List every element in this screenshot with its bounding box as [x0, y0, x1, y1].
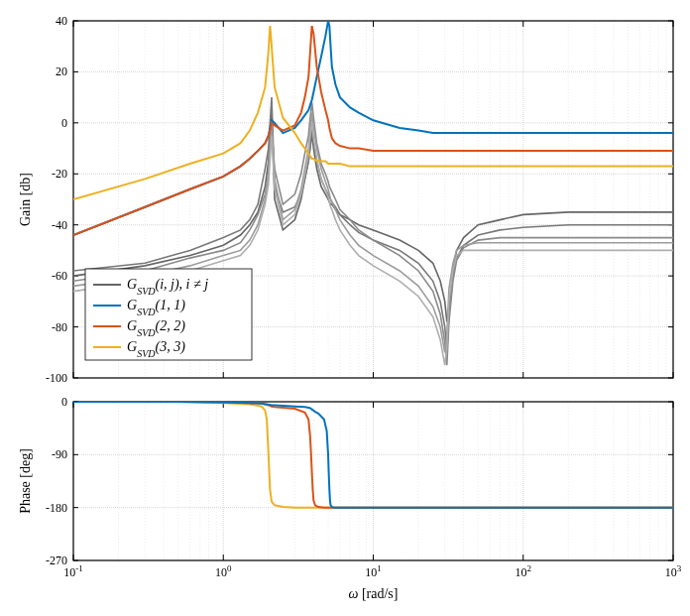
svg-text:0: 0	[61, 395, 67, 409]
bode-plot: -100-80-60-40-2002040Gain [db]GSVD(i, j)…	[10, 10, 684, 606]
svg-text:103: 103	[665, 563, 682, 579]
chart-svg: -100-80-60-40-2002040Gain [db]GSVD(i, j)…	[10, 10, 684, 606]
svg-text:Phase [deg]: Phase [deg]	[18, 448, 33, 514]
svg-text:-100: -100	[46, 371, 67, 385]
svg-text:-40: -40	[52, 218, 67, 232]
svg-text:10-1: 10-1	[63, 563, 83, 579]
svg-text:100: 100	[215, 563, 232, 579]
svg-text:-90: -90	[52, 447, 67, 461]
svg-text:-20: -20	[52, 167, 67, 181]
svg-text:-60: -60	[52, 269, 67, 283]
svg-text:0: 0	[61, 116, 67, 130]
svg-text:20: 20	[56, 64, 67, 78]
svg-text:Gain [db]: Gain [db]	[18, 173, 33, 226]
svg-text:40: 40	[56, 14, 67, 28]
svg-text:-180: -180	[46, 501, 67, 515]
svg-text:ω [rad/s]: ω [rad/s]	[349, 586, 399, 601]
svg-text:101: 101	[365, 563, 382, 579]
svg-text:-80: -80	[52, 320, 67, 334]
svg-text:102: 102	[516, 563, 532, 579]
